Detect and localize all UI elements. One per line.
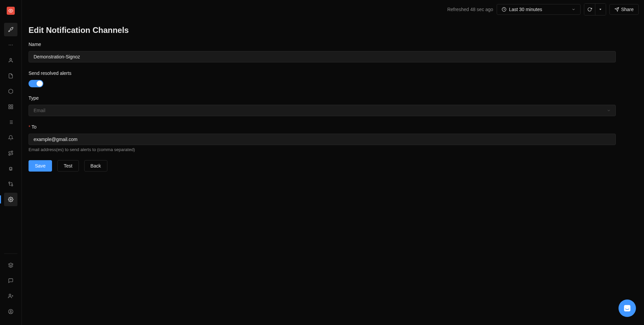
refreshed-text: Refreshed 48 sec ago: [447, 7, 493, 12]
svg-point-22: [9, 294, 11, 296]
ellipsis-icon: [8, 42, 13, 48]
rocket-icon: [8, 27, 13, 32]
name-field-label: Name: [29, 42, 616, 47]
sidebar-item-more[interactable]: [4, 38, 17, 52]
svg-rect-8: [9, 107, 10, 109]
user-icon: [8, 58, 13, 63]
svg-point-20: [10, 199, 11, 200]
svg-point-3: [12, 45, 13, 45]
type-select-value: Email: [34, 108, 45, 113]
send-icon: [614, 7, 619, 12]
svg-point-18: [11, 185, 13, 186]
sidebar-item-profile[interactable]: [4, 305, 17, 318]
sidebar-item-layers[interactable]: [4, 259, 17, 272]
time-range-dropdown[interactable]: Last 30 minutes: [497, 4, 581, 15]
svg-rect-7: [11, 107, 13, 109]
to-help-text: Email address(es) to send alerts to (com…: [29, 147, 616, 152]
share-label: Share: [621, 7, 634, 12]
chat-widget[interactable]: [618, 299, 636, 317]
sidebar-item-support[interactable]: [4, 274, 17, 287]
refresh-button[interactable]: [584, 4, 595, 15]
to-input[interactable]: [29, 134, 616, 145]
chat-icon: [8, 278, 13, 283]
type-select[interactable]: Email: [29, 105, 616, 116]
sidebar-item-invite[interactable]: [4, 289, 17, 303]
chevron-down-icon: [572, 7, 576, 11]
svg-point-16: [11, 151, 13, 152]
save-button[interactable]: Save: [29, 160, 52, 172]
document-icon: [8, 73, 13, 79]
svg-rect-6: [11, 105, 13, 106]
resolved-alerts-toggle[interactable]: [29, 80, 43, 87]
caret-down-icon: [599, 8, 602, 11]
profile-icon: [8, 309, 13, 314]
gear-icon: [8, 197, 13, 202]
svg-rect-31: [624, 305, 630, 311]
svg-marker-28: [599, 9, 601, 10]
invite-icon: [8, 293, 13, 299]
refresh-dropdown-button[interactable]: [595, 4, 606, 15]
svg-point-26: [10, 311, 11, 312]
name-input[interactable]: [29, 51, 616, 62]
sidebar-item-services[interactable]: [4, 85, 17, 98]
time-range-label: Last 30 minutes: [509, 7, 542, 12]
back-button[interactable]: Back: [84, 160, 107, 172]
sidebar-item-logs[interactable]: [4, 69, 17, 83]
svg-point-2: [10, 45, 11, 45]
sidebar-item-bugs[interactable]: [4, 162, 17, 175]
bug-icon: [8, 166, 13, 171]
type-field-label: Type: [29, 95, 616, 101]
list-icon: [8, 120, 13, 125]
svg-point-0: [10, 10, 11, 11]
sidebar: [0, 0, 22, 325]
svg-point-19: [9, 182, 10, 183]
to-field-label: To: [29, 124, 616, 130]
sidebar-item-user[interactable]: [4, 54, 17, 67]
bell-icon: [8, 135, 13, 140]
sidebar-item-exceptions[interactable]: [4, 146, 17, 160]
top-bar: Refreshed 48 sec ago Last 30 minutes Sha…: [22, 0, 644, 19]
chevron-down-icon: [607, 108, 611, 112]
svg-marker-21: [8, 263, 13, 265]
resolved-alerts-label: Send resolved alerts: [29, 71, 616, 76]
sidebar-item-dashboards[interactable]: [4, 100, 17, 113]
logo[interactable]: [7, 7, 15, 15]
refresh-button-group: [584, 3, 606, 15]
test-button[interactable]: Test: [57, 160, 79, 172]
share-button[interactable]: Share: [609, 4, 639, 15]
page-title: Edit Notification Channels: [29, 26, 616, 35]
layers-icon: [8, 263, 13, 268]
clock-icon: [502, 7, 506, 12]
refresh-icon: [587, 7, 592, 12]
cube-icon: [8, 89, 13, 94]
svg-point-15: [9, 154, 10, 155]
grid-icon: [8, 104, 13, 109]
svg-rect-5: [9, 105, 10, 106]
sidebar-item-alerts[interactable]: [4, 131, 17, 144]
workflow-icon: [8, 181, 13, 187]
intercom-icon: [623, 304, 631, 312]
svg-point-4: [10, 58, 11, 60]
sidebar-divider: [4, 253, 17, 254]
route-icon: [8, 150, 13, 156]
sidebar-item-settings[interactable]: [4, 193, 17, 206]
svg-point-1: [9, 45, 9, 45]
sidebar-item-getting-started[interactable]: [4, 23, 17, 36]
sidebar-item-traces[interactable]: [4, 115, 17, 129]
sidebar-item-workflow[interactable]: [4, 177, 17, 191]
